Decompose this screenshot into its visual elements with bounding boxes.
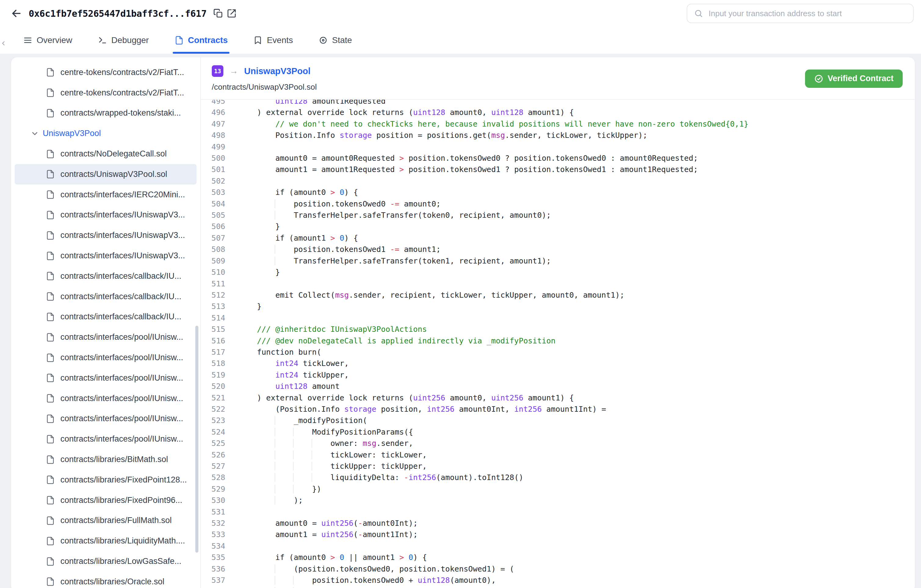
transaction-search-box <box>687 4 914 23</box>
line-number: 512 <box>201 289 225 301</box>
code-text: int24 tickUpper, <box>257 369 349 381</box>
file-icon <box>46 455 55 464</box>
file-label: centre-tokens/contracts/v2/FiatT... <box>60 88 184 97</box>
sidebar-file-item[interactable]: contracts/interfaces/IERC20Mini... <box>11 185 200 205</box>
verified-contract-button[interactable]: Verified Contract <box>805 70 903 88</box>
sidebar-file-item[interactable]: contracts/interfaces/callback/IU... <box>11 266 200 286</box>
code-text: TransferHelper.safeTransfer(token0, reci… <box>257 210 551 221</box>
tab-state[interactable]: State <box>319 27 352 54</box>
code-line: 496) external override lock returns (uin… <box>201 107 915 118</box>
sidebar-file-item[interactable]: contracts/interfaces/IUniswapV3... <box>11 245 200 266</box>
sidebar-file-item[interactable]: contracts/interfaces/pool/IUnisw... <box>11 409 200 429</box>
code-line: 526 tickLower: tickLower, <box>201 449 915 461</box>
tab-overview[interactable]: Overview <box>23 27 72 54</box>
sidebar-file-item[interactable]: contracts/interfaces/pool/IUnisw... <box>11 327 200 348</box>
tab-bar: OverviewDebuggerContractsEventsState <box>0 27 921 54</box>
line-number: 525 <box>201 438 225 449</box>
sidebar-file-item[interactable]: contracts/interfaces/pool/IUnisw... <box>11 368 200 388</box>
file-label: contracts/interfaces/IUniswapV3... <box>60 210 185 219</box>
tab-debugger[interactable]: Debugger <box>98 27 149 54</box>
code-line: 506 } <box>201 221 915 232</box>
code-line: 511 <box>201 278 915 289</box>
tab-contracts[interactable]: Contracts <box>174 27 228 54</box>
contract-meta: 13 → UniswapV3Pool /contracts/UniswapV3P… <box>212 65 317 92</box>
file-icon <box>46 516 55 525</box>
code-text: ) external override lock returns (uint12… <box>257 107 574 118</box>
file-icon <box>46 435 55 444</box>
code-text: liquidityDelta: -int256(amount).toInt128… <box>257 472 523 483</box>
file-label: contracts/libraries/FixedPoint96... <box>60 495 182 505</box>
tab-events[interactable]: Events <box>253 27 293 54</box>
file-icon <box>46 536 55 546</box>
open-external-button[interactable] <box>225 7 238 20</box>
code-line: 534 <box>201 541 915 552</box>
code-text: ) external override lock returns (uint25… <box>257 392 574 403</box>
sidebar-file-item[interactable]: contracts/interfaces/IUniswapV3... <box>11 205 200 226</box>
target-icon <box>319 36 328 45</box>
sidebar-file-item[interactable]: contracts/libraries/BitMath.sol <box>11 449 200 469</box>
sidebar-file-item[interactable]: contracts/interfaces/IUniswapV3... <box>11 225 200 245</box>
line-number: 524 <box>201 426 225 438</box>
line-number: 518 <box>201 358 225 369</box>
code-text: function burn( <box>257 346 321 358</box>
file-label: contracts/interfaces/pool/IUnisw... <box>60 333 183 342</box>
code-line: 510 } <box>201 266 915 278</box>
sidebar-file-item[interactable]: contracts/wrapped-tokens/staki... <box>11 103 200 123</box>
chevron-left-icon <box>0 40 7 47</box>
code-text: position.tokensOwed0 + uint128(amount0), <box>257 575 496 586</box>
code-line: 515/// @inheritdoc IUniswapV3PoolActions <box>201 323 915 335</box>
sidebar-file-item[interactable]: contracts/interfaces/pool/IUnisw... <box>11 429 200 449</box>
line-number: 536 <box>201 563 225 575</box>
code-text: }) <box>257 483 321 495</box>
sidebar-file-item[interactable]: contracts/libraries/LiquidityMath.... <box>11 531 200 551</box>
line-number: 498 <box>201 130 225 141</box>
code-text: emit Collect(msg.sender, recipient, tick… <box>257 289 624 301</box>
back-button[interactable] <box>8 6 24 21</box>
code-line: 505 TransferHelper.safeTransfer(token0, … <box>201 210 915 221</box>
arrow-right-icon: → <box>229 66 238 76</box>
sidebar-file-item[interactable]: contracts/libraries/FixedPoint96... <box>11 490 200 510</box>
line-number: 526 <box>201 449 225 461</box>
sidebar-file-item[interactable]: centre-tokens/contracts/v2/FiatT... <box>11 83 200 103</box>
contract-name-link[interactable]: UniswapV3Pool <box>244 66 311 76</box>
transaction-hash: 0x6c1fb7ef5265447d1baff3cf...f617 <box>29 8 207 19</box>
back-arrow-icon <box>10 8 22 19</box>
sidebar-file-item[interactable]: contracts/interfaces/pool/IUnisw... <box>11 348 200 368</box>
sidebar-file-item[interactable]: contracts/interfaces/callback/IU... <box>11 307 200 327</box>
code-text: _modifyPosition( <box>257 415 367 426</box>
line-number: 513 <box>201 301 225 312</box>
sidebar-file-item[interactable]: contracts/libraries/FullMath.sol <box>11 510 200 531</box>
line-number: 500 <box>201 153 225 164</box>
sidebar-file-item[interactable]: contracts/UniswapV3Pool.sol <box>15 164 197 185</box>
code-line: 519 int24 tickUpper, <box>201 369 915 381</box>
file-icon <box>46 190 55 199</box>
code-viewer[interactable]: 495 uint128 amount1Requested496) externa… <box>201 99 915 588</box>
code-line: 499 <box>201 141 915 153</box>
code-text: amount0 = uint256(-amount0Int); <box>257 518 418 529</box>
sidebar-collapse-handle[interactable] <box>0 36 7 51</box>
sidebar-file-item[interactable]: contracts/interfaces/pool/IUnisw... <box>11 388 200 409</box>
code-text: tickLower: tickLower, <box>257 449 427 461</box>
file-label: contracts/interfaces/IERC20Mini... <box>60 190 185 200</box>
line-number: 495 <box>201 99 225 107</box>
sidebar-group-uniswapv3pool[interactable]: UniswapV3Pool <box>11 123 200 144</box>
tab-label: Contracts <box>188 36 228 45</box>
line-number: 507 <box>201 232 225 244</box>
file-tree-scrollbar[interactable] <box>195 326 199 552</box>
code-text: if (amount0 > 0) { <box>257 187 358 198</box>
sidebar-file-item[interactable]: contracts/libraries/FixedPoint128... <box>11 469 200 490</box>
code-text: (Position.Info storage position, int256 … <box>257 403 606 415</box>
file-icon <box>46 312 55 322</box>
copy-hash-button[interactable] <box>212 7 225 20</box>
file-icon <box>46 68 55 77</box>
line-number: 520 <box>201 381 225 392</box>
line-number: 519 <box>201 369 225 381</box>
sidebar-file-item[interactable]: centre-tokens/contracts/v2/FiatT... <box>11 62 200 83</box>
sidebar-file-item[interactable]: contracts/libraries/Oracle.sol <box>11 572 200 588</box>
sidebar-file-item[interactable]: contracts/interfaces/callback/IU... <box>11 286 200 307</box>
code-text: int24 tickLower, <box>257 358 349 369</box>
line-number: 538 <box>201 586 225 588</box>
sidebar-file-item[interactable]: contracts/NoDelegateCall.sol <box>11 144 200 164</box>
sidebar-file-item[interactable]: contracts/libraries/LowGasSafe... <box>11 551 200 572</box>
search-input[interactable] <box>709 9 906 18</box>
